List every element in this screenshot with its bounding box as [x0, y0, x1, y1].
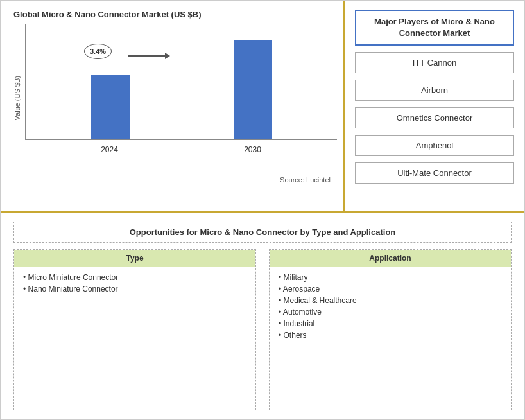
player-item-1: ITT Cannon	[355, 52, 514, 73]
y-axis-label: Value (US $B)	[13, 76, 21, 121]
app-item-6: • Others	[279, 331, 502, 340]
bar-group-2030	[234, 40, 272, 139]
main-container: Global Micro & Nano Connector Market (US…	[0, 0, 525, 420]
players-title: Major Players of Micro & Nano Connector …	[355, 10, 514, 46]
type-item-2: • Nano Miniature Connector	[23, 284, 246, 293]
bars-container: 3.4%	[25, 24, 337, 140]
bottom-section: Opportunities for Micro & Nano Connector…	[1, 213, 524, 419]
player-item-4: Amphenol	[355, 135, 514, 156]
chart-title: Global Micro & Nano Connector Market (US…	[13, 10, 337, 19]
source-label: Source: Lucintel	[13, 176, 337, 184]
players-area: Major Players of Micro & Nano Connector …	[345, 1, 524, 211]
app-item-3: • Medical & Healthcare	[279, 296, 502, 305]
app-item-4: • Automotive	[279, 308, 502, 317]
annotation-arrow	[128, 55, 166, 57]
opportunities-content: Type • Micro Miniature Connector • Nano …	[13, 249, 512, 410]
type-box: Type • Micro Miniature Connector • Nano …	[13, 249, 256, 410]
player-item-2: Airborn	[355, 80, 514, 101]
app-item-2: • Aerospace	[279, 284, 502, 293]
opportunities-title: Opportunities for Micro & Nano Connector…	[13, 222, 512, 243]
app-header: Application	[270, 250, 511, 267]
top-section: Global Micro & Nano Connector Market (US…	[1, 1, 524, 213]
annotation-bubble: 3.4%	[84, 44, 112, 59]
x-axis-labels: 2024 2030	[25, 140, 337, 154]
chart-wrapper: Value (US $B) 3.4%	[13, 24, 337, 172]
type-item-1: • Micro Miniature Connector	[23, 273, 246, 282]
chart-content: 3.4% 2024 2030	[25, 24, 337, 172]
player-item-5: Ulti-Mate Connector	[355, 162, 514, 184]
app-item-1: • Military	[279, 273, 502, 282]
player-item-3: Omnetics Connector	[355, 107, 514, 128]
bar-group-2024	[91, 75, 130, 139]
bar-label-2030: 2030	[244, 145, 261, 154]
bar-2024	[91, 75, 130, 139]
type-items: • Micro Miniature Connector • Nano Minia…	[14, 267, 255, 300]
type-header: Type	[14, 250, 255, 267]
app-item-5: • Industrial	[279, 319, 502, 328]
chart-area: Global Micro & Nano Connector Market (US…	[1, 1, 345, 211]
application-box: Application • Military • Aerospace • Med…	[269, 249, 512, 410]
app-items: • Military • Aerospace • Medical & Healt…	[270, 267, 511, 346]
bar-label-2024: 2024	[101, 145, 118, 154]
bar-2030	[234, 40, 272, 139]
